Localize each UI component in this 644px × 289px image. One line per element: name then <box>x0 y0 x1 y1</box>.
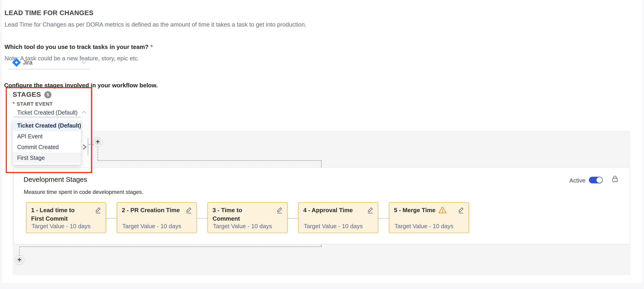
tool-question: Which tool do you use to track tasks in … <box>4 44 153 51</box>
stage-title: 2 - PR Creation Time <box>122 206 192 214</box>
stage-group-title: Development Stages <box>24 176 87 183</box>
stage-card-1[interactable]: 1 - Lead time to First Commit Target Val… <box>26 202 106 233</box>
connector-dash <box>98 147 98 160</box>
stage-connector <box>197 218 207 219</box>
page-subtitle: Lead Time for Changes as per DORA metric… <box>4 21 306 28</box>
stage-target-value: Target Value - 10 days <box>122 223 181 230</box>
edit-icon[interactable] <box>94 206 102 215</box>
stage-target-value: Target Value - 10 days <box>213 223 272 230</box>
stage-title: 3 - Time to Comment <box>212 206 282 223</box>
lock-icon[interactable] <box>612 175 618 184</box>
stage-connector <box>378 218 389 219</box>
stage-target-value: Target Value - 10 days <box>304 223 363 230</box>
page-gutter <box>0 0 2 289</box>
connector-dash <box>321 160 322 167</box>
connector-dotted <box>98 160 322 161</box>
active-toggle-label: Active <box>569 177 586 184</box>
stage-group-description: Measure time spent in code development s… <box>24 189 143 195</box>
add-stage-group-button-top[interactable]: + <box>93 137 102 147</box>
plus-icon: + <box>94 139 101 145</box>
footer-strip <box>0 283 644 289</box>
plus-icon: + <box>16 256 23 263</box>
development-stages-panel: Development Stages Measure time spent in… <box>13 167 630 244</box>
edit-icon[interactable] <box>458 206 464 215</box>
toggle-knob <box>596 177 602 183</box>
edit-icon[interactable] <box>185 206 192 215</box>
task-tool-value: Jira <box>23 59 32 66</box>
task-tool-select[interactable]: Jira <box>8 55 90 70</box>
lead-time-config-screen: LEAD TIME FOR CHANGES Lead Time for Chan… <box>0 0 644 289</box>
stage-target-value: Target Value - 10 days <box>394 223 454 230</box>
stage-target-value: Target Value - 10 days <box>32 223 90 230</box>
active-toggle[interactable] <box>589 177 603 183</box>
stage-connector <box>288 218 298 219</box>
stage-card-2[interactable]: 2 - PR Creation Time Target Value - 10 d… <box>116 202 197 233</box>
required-asterisk: * <box>150 44 153 50</box>
stage-title: 4 - Approval Time <box>303 206 373 214</box>
warning-icon <box>438 206 446 216</box>
stage-title: 1 - Lead time to First Commit <box>31 206 101 223</box>
page-title: LEAD TIME FOR CHANGES <box>4 9 94 17</box>
add-stage-group-button-bottom[interactable]: + <box>15 255 24 265</box>
edit-icon[interactable] <box>276 206 283 215</box>
edit-icon[interactable] <box>367 206 374 215</box>
stage-title-text: 5 - Merge Time <box>394 207 436 213</box>
connector-dotted <box>19 246 321 247</box>
stage-card-5[interactable]: 5 - Merge Time Target Value - 10 days <box>389 202 469 233</box>
stage-connector <box>106 218 116 219</box>
tool-question-text: Which tool do you use to track tasks in … <box>4 44 148 50</box>
stage-card-3[interactable]: 3 - Time to Comment Target Value - 10 da… <box>207 202 288 233</box>
stage-title: 5 - Merge Time <box>394 206 464 216</box>
page-gutter <box>642 0 644 289</box>
annotation-highlight-box <box>6 87 92 173</box>
connector-dash <box>19 246 20 256</box>
stage-card-4[interactable]: 4 - Approval Time Target Value - 10 days <box>298 202 378 233</box>
jira-logo-icon <box>12 58 21 68</box>
chevron-down-icon <box>82 61 86 65</box>
